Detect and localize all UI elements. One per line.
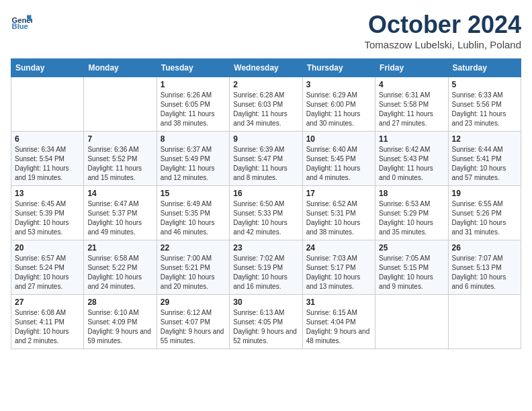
day-number: 30: [233, 298, 298, 307]
day-number: 10: [306, 134, 371, 144]
calendar-cell-0-6: 5Sunrise: 6:33 AM Sunset: 5:56 PM Daylig…: [448, 77, 521, 132]
day-info: Sunrise: 6:34 AM Sunset: 5:54 PM Dayligh…: [15, 145, 80, 183]
day-number: 20: [15, 243, 80, 253]
calendar-row-4: 27Sunrise: 6:08 AM Sunset: 4:11 PM Dayli…: [11, 295, 521, 349]
day-info: Sunrise: 6:26 AM Sunset: 6:05 PM Dayligh…: [161, 91, 226, 128]
day-info: Sunrise: 6:28 AM Sunset: 6:03 PM Dayligh…: [233, 91, 298, 128]
day-number: 26: [452, 243, 517, 253]
day-number: 5: [452, 80, 517, 89]
day-number: 13: [15, 189, 80, 198]
col-sunday: Sunday: [11, 59, 84, 77]
day-number: 17: [306, 189, 371, 198]
logo-icon: General Blue: [11, 11, 32, 32]
calendar-cell-1-2: 8Sunrise: 6:37 AM Sunset: 5:49 PM Daylig…: [157, 132, 229, 186]
col-tuesday: Tuesday: [157, 59, 229, 77]
day-info: Sunrise: 6:13 AM Sunset: 4:05 PM Dayligh…: [233, 308, 298, 346]
calendar-cell-0-3: 2Sunrise: 6:28 AM Sunset: 6:03 PM Daylig…: [230, 77, 302, 132]
day-number: 22: [161, 243, 226, 253]
calendar-cell-2-3: 16Sunrise: 6:50 AM Sunset: 5:33 PM Dayli…: [230, 186, 302, 240]
calendar-cell-0-4: 3Sunrise: 6:29 AM Sunset: 6:00 PM Daylig…: [302, 77, 375, 132]
day-number: 18: [379, 189, 444, 198]
calendar-cell-4-4: 31Sunrise: 6:15 AM Sunset: 4:04 PM Dayli…: [302, 295, 375, 349]
day-info: Sunrise: 6:33 AM Sunset: 5:56 PM Dayligh…: [452, 91, 517, 128]
day-number: 25: [379, 243, 444, 253]
day-info: Sunrise: 6:42 AM Sunset: 5:43 PM Dayligh…: [379, 145, 444, 183]
calendar-cell-0-5: 4Sunrise: 6:31 AM Sunset: 5:58 PM Daylig…: [375, 77, 448, 132]
calendar-title: October 2024: [365, 11, 521, 39]
calendar-cell-1-1: 7Sunrise: 6:36 AM Sunset: 5:52 PM Daylig…: [84, 132, 157, 186]
day-info: Sunrise: 6:40 AM Sunset: 5:45 PM Dayligh…: [306, 145, 371, 183]
col-friday: Friday: [375, 59, 448, 77]
calendar-cell-4-6: [448, 295, 521, 349]
day-info: Sunrise: 6:47 AM Sunset: 5:37 PM Dayligh…: [87, 199, 152, 237]
day-info: Sunrise: 6:36 AM Sunset: 5:52 PM Dayligh…: [87, 145, 152, 183]
calendar-cell-4-2: 29Sunrise: 6:12 AM Sunset: 4:07 PM Dayli…: [157, 295, 229, 349]
calendar-cell-2-5: 18Sunrise: 6:53 AM Sunset: 5:29 PM Dayli…: [375, 186, 448, 240]
day-number: 3: [306, 80, 371, 89]
day-number: 14: [87, 189, 152, 198]
calendar-cell-4-1: 28Sunrise: 6:10 AM Sunset: 4:09 PM Dayli…: [84, 295, 157, 349]
calendar-row-2: 13Sunrise: 6:45 AM Sunset: 5:39 PM Dayli…: [11, 186, 521, 240]
day-number: 27: [15, 298, 80, 307]
day-info: Sunrise: 6:52 AM Sunset: 5:31 PM Dayligh…: [306, 199, 371, 237]
day-info: Sunrise: 6:58 AM Sunset: 5:22 PM Dayligh…: [87, 254, 152, 291]
day-info: Sunrise: 7:02 AM Sunset: 5:19 PM Dayligh…: [233, 254, 298, 291]
page-header: General Blue October 2024 Tomaszow Lubel…: [11, 11, 521, 50]
calendar-cell-3-0: 20Sunrise: 6:57 AM Sunset: 5:24 PM Dayli…: [11, 240, 84, 295]
title-section: October 2024 Tomaszow Lubelski, Lublin, …: [365, 11, 521, 50]
calendar-cell-1-6: 12Sunrise: 6:44 AM Sunset: 5:41 PM Dayli…: [448, 132, 521, 186]
col-monday: Monday: [84, 59, 157, 77]
calendar-cell-0-0: [11, 77, 84, 132]
calendar-cell-2-4: 17Sunrise: 6:52 AM Sunset: 5:31 PM Dayli…: [302, 186, 375, 240]
day-number: 16: [233, 189, 298, 198]
day-number: 31: [306, 298, 371, 307]
calendar-row-3: 20Sunrise: 6:57 AM Sunset: 5:24 PM Dayli…: [11, 240, 521, 295]
day-info: Sunrise: 6:08 AM Sunset: 4:11 PM Dayligh…: [15, 308, 80, 346]
day-info: Sunrise: 6:50 AM Sunset: 5:33 PM Dayligh…: [233, 199, 298, 237]
col-saturday: Saturday: [448, 59, 521, 77]
day-number: 9: [233, 134, 298, 144]
day-number: 23: [233, 243, 298, 253]
calendar-cell-3-1: 21Sunrise: 6:58 AM Sunset: 5:22 PM Dayli…: [84, 240, 157, 295]
day-number: 19: [452, 189, 517, 198]
calendar-cell-3-2: 22Sunrise: 7:00 AM Sunset: 5:21 PM Dayli…: [157, 240, 229, 295]
calendar-cell-2-6: 19Sunrise: 6:55 AM Sunset: 5:26 PM Dayli…: [448, 186, 521, 240]
day-number: 6: [15, 134, 80, 144]
logo: General Blue: [11, 11, 32, 32]
day-number: 8: [161, 134, 226, 144]
calendar-cell-1-3: 9Sunrise: 6:39 AM Sunset: 5:47 PM Daylig…: [230, 132, 302, 186]
day-info: Sunrise: 6:53 AM Sunset: 5:29 PM Dayligh…: [379, 199, 444, 237]
day-info: Sunrise: 6:57 AM Sunset: 5:24 PM Dayligh…: [15, 254, 80, 291]
day-info: Sunrise: 7:07 AM Sunset: 5:13 PM Dayligh…: [452, 254, 517, 291]
day-info: Sunrise: 6:39 AM Sunset: 5:47 PM Dayligh…: [233, 145, 298, 183]
day-info: Sunrise: 6:49 AM Sunset: 5:35 PM Dayligh…: [161, 199, 226, 237]
day-info: Sunrise: 7:05 AM Sunset: 5:15 PM Dayligh…: [379, 254, 444, 291]
day-info: Sunrise: 7:00 AM Sunset: 5:21 PM Dayligh…: [161, 254, 226, 291]
calendar-table: Sunday Monday Tuesday Wednesday Thursday…: [11, 58, 521, 349]
day-number: 15: [161, 189, 226, 198]
day-number: 4: [379, 80, 444, 89]
day-info: Sunrise: 6:45 AM Sunset: 5:39 PM Dayligh…: [15, 199, 80, 237]
day-info: Sunrise: 6:15 AM Sunset: 4:04 PM Dayligh…: [306, 308, 371, 346]
day-number: 2: [233, 80, 298, 89]
day-number: 1: [161, 80, 226, 89]
day-number: 7: [87, 134, 152, 144]
day-number: 12: [452, 134, 517, 144]
calendar-cell-1-0: 6Sunrise: 6:34 AM Sunset: 5:54 PM Daylig…: [11, 132, 84, 186]
calendar-cell-3-6: 26Sunrise: 7:07 AM Sunset: 5:13 PM Dayli…: [448, 240, 521, 295]
calendar-cell-4-3: 30Sunrise: 6:13 AM Sunset: 4:05 PM Dayli…: [230, 295, 302, 349]
calendar-cell-3-5: 25Sunrise: 7:05 AM Sunset: 5:15 PM Dayli…: [375, 240, 448, 295]
calendar-cell-4-0: 27Sunrise: 6:08 AM Sunset: 4:11 PM Dayli…: [11, 295, 84, 349]
day-number: 28: [87, 298, 152, 307]
day-info: Sunrise: 6:10 AM Sunset: 4:09 PM Dayligh…: [87, 308, 152, 346]
calendar-cell-0-1: [84, 77, 157, 132]
day-info: Sunrise: 6:44 AM Sunset: 5:41 PM Dayligh…: [452, 145, 517, 183]
calendar-cell-2-2: 15Sunrise: 6:49 AM Sunset: 5:35 PM Dayli…: [157, 186, 229, 240]
calendar-cell-3-4: 24Sunrise: 7:03 AM Sunset: 5:17 PM Dayli…: [302, 240, 375, 295]
day-info: Sunrise: 7:03 AM Sunset: 5:17 PM Dayligh…: [306, 254, 371, 291]
calendar-cell-0-2: 1Sunrise: 6:26 AM Sunset: 6:05 PM Daylig…: [157, 77, 229, 132]
day-number: 24: [306, 243, 371, 253]
calendar-cell-1-5: 11Sunrise: 6:42 AM Sunset: 5:43 PM Dayli…: [375, 132, 448, 186]
col-thursday: Thursday: [302, 59, 375, 77]
calendar-row-1: 6Sunrise: 6:34 AM Sunset: 5:54 PM Daylig…: [11, 132, 521, 186]
